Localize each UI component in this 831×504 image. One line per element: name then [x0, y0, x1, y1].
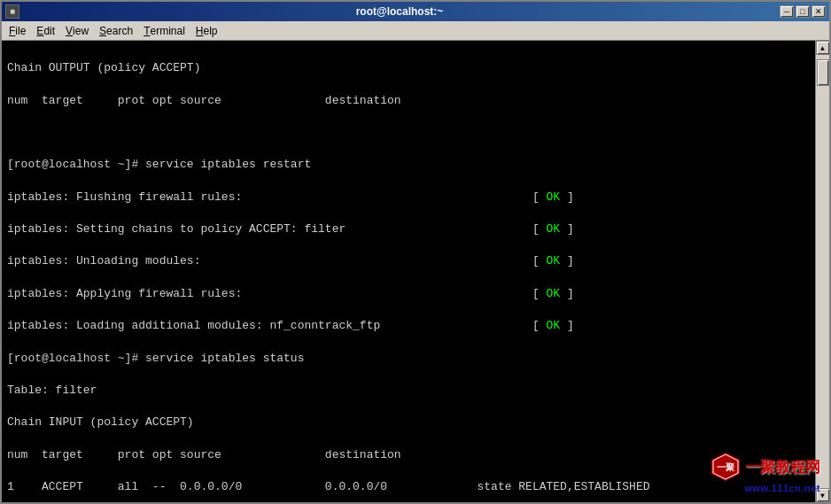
- menu-search[interactable]: Search: [94, 21, 138, 40]
- maximize-button[interactable]: □: [796, 5, 810, 18]
- terminal-line: iptables: Flushing firewall rules: [ OK …: [7, 190, 810, 205]
- minimize-button[interactable]: ─: [780, 5, 794, 18]
- terminal-line: [root@localhost ~]# service iptables res…: [7, 157, 810, 173]
- menu-view[interactable]: View: [60, 21, 94, 40]
- terminal-line: [7, 125, 810, 141]
- terminal-line: [root@localhost ~]# service iptables sta…: [7, 351, 810, 367]
- menu-terminal[interactable]: Terminal: [138, 21, 190, 40]
- scrollbar: ▲ ▼: [815, 41, 829, 502]
- terminal-line: iptables: Loading additional modules: nf…: [7, 318, 810, 334]
- terminal-line: Chain INPUT (policy ACCEPT): [7, 415, 810, 430]
- terminal-line: num target prot opt source destination: [7, 93, 810, 109]
- terminal-window: ■ root@localhost:~ ─ □ ✕ File Edit View …: [0, 0, 831, 504]
- scroll-down-button[interactable]: ▼: [816, 488, 830, 502]
- menu-file[interactable]: File: [4, 21, 31, 40]
- terminal-line: iptables: Setting chains to policy ACCEP…: [7, 221, 810, 237]
- terminal-line: iptables: Applying firewall rules: [ OK …: [7, 286, 810, 302]
- menu-edit[interactable]: Edit: [31, 21, 60, 40]
- title-bar: ■ root@localhost:~ ─ □ ✕: [2, 2, 829, 21]
- scroll-track[interactable]: [816, 55, 829, 488]
- terminal-line: 1 ACCEPT all -- 0.0.0.0/0 0.0.0.0/0 stat…: [7, 479, 810, 495]
- menu-bar: File Edit View Search Terminal Help: [2, 21, 829, 41]
- window-icon: ■: [5, 4, 19, 19]
- close-button[interactable]: ✕: [812, 5, 826, 18]
- window-title: root@localhost:~: [19, 5, 780, 18]
- terminal-wrapper: Chain OUTPUT (policy ACCEPT) num target …: [2, 41, 829, 502]
- terminal-line: iptables: Unloading modules: [ OK ]: [7, 253, 810, 269]
- menu-help[interactable]: Help: [190, 21, 223, 40]
- scroll-thumb[interactable]: [817, 59, 829, 86]
- scroll-up-button[interactable]: ▲: [816, 41, 830, 55]
- terminal-output[interactable]: Chain OUTPUT (policy ACCEPT) num target …: [2, 41, 815, 502]
- terminal-line: Chain OUTPUT (policy ACCEPT): [7, 60, 810, 76]
- terminal-line: Table: filter: [7, 383, 810, 399]
- terminal-line: num target prot opt source destination: [7, 447, 810, 463]
- window-controls: ─ □ ✕: [780, 5, 826, 18]
